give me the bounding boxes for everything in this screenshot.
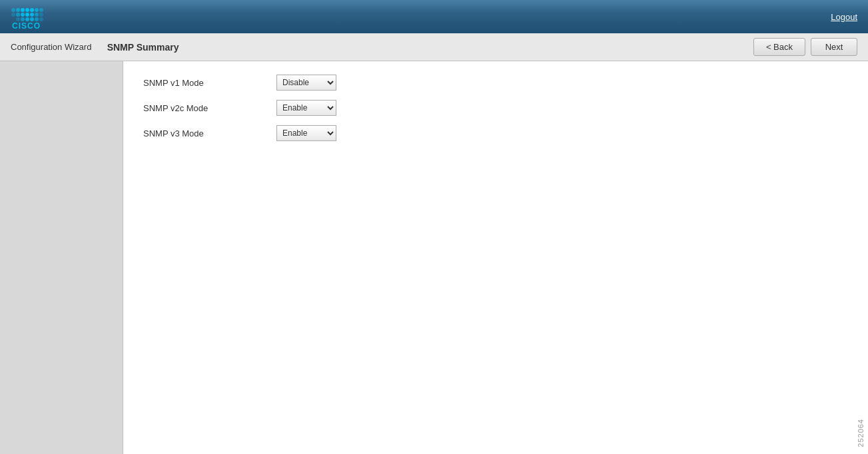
- select-snmp-v2c-mode[interactable]: DisableEnable: [276, 100, 336, 116]
- select-snmp-v3-mode[interactable]: DisableEnable: [276, 125, 336, 141]
- svg-point-11: [30, 13, 34, 17]
- select-snmp-v1-mode[interactable]: DisableEnable: [276, 75, 336, 91]
- svg-point-4: [30, 8, 34, 12]
- cisco-logo: CISCO: [11, 5, 64, 29]
- toolbar-separator: [97, 42, 101, 52]
- toolbar-left: Configuration Wizard SNMP Summary: [11, 42, 179, 53]
- svg-point-1: [16, 8, 20, 12]
- sidebar: [0, 61, 123, 454]
- svg-point-0: [11, 8, 15, 12]
- label-snmp-v3-mode: SNMP v3 Mode: [143, 128, 276, 138]
- svg-point-9: [21, 13, 25, 17]
- content-area: SNMP v1 ModeDisableEnableSNMP v2c ModeDi…: [123, 61, 868, 454]
- svg-point-10: [25, 13, 29, 17]
- cisco-logo-svg: CISCO: [11, 5, 64, 29]
- form-row-snmp-v3-mode: SNMP v3 ModeDisableEnable: [143, 125, 848, 141]
- config-wizard-label: Configuration Wizard: [11, 42, 91, 52]
- label-snmp-v1-mode: SNMP v1 Mode: [143, 78, 276, 88]
- next-button[interactable]: Next: [811, 38, 857, 56]
- label-snmp-v2c-mode: SNMP v2c Mode: [143, 103, 276, 113]
- main-layout: SNMP v1 ModeDisableEnableSNMP v2c ModeDi…: [0, 61, 868, 454]
- back-button[interactable]: < Back: [753, 38, 805, 56]
- form-container: SNMP v1 ModeDisableEnableSNMP v2c ModeDi…: [143, 75, 848, 141]
- svg-point-3: [25, 8, 29, 12]
- svg-point-2: [21, 8, 25, 12]
- svg-point-12: [35, 13, 39, 17]
- logout-button[interactable]: Logout: [831, 12, 857, 22]
- toolbar: Configuration Wizard SNMP Summary < Back…: [0, 33, 868, 61]
- svg-point-8: [16, 13, 20, 17]
- svg-point-6: [39, 8, 43, 12]
- page-title: SNMP Summary: [107, 42, 179, 53]
- svg-point-5: [35, 8, 39, 12]
- toolbar-right: < Back Next: [753, 38, 857, 56]
- svg-point-7: [11, 13, 15, 17]
- watermark: 252064: [857, 419, 865, 447]
- svg-point-13: [39, 13, 43, 17]
- svg-text:CISCO: CISCO: [12, 21, 41, 29]
- form-row-snmp-v2c-mode: SNMP v2c ModeDisableEnable: [143, 100, 848, 116]
- form-row-snmp-v1-mode: SNMP v1 ModeDisableEnable: [143, 75, 848, 91]
- header: CISCO Logout: [0, 0, 868, 33]
